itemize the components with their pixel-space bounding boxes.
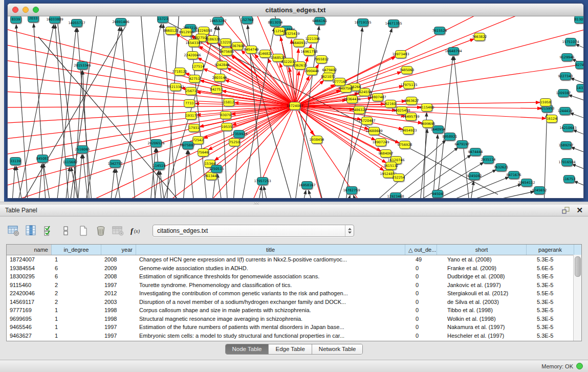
delete-table-icon[interactable]	[93, 224, 108, 237]
graph-node[interactable]: 2803144	[212, 74, 227, 82]
graph-node[interactable]: 2935114	[481, 156, 496, 164]
row-height-icon[interactable]	[58, 224, 74, 237]
graph-node[interactable]: 19317	[186, 112, 197, 120]
graph-node[interactable]: 94504	[432, 190, 443, 198]
graph-node[interactable]: 1362615	[293, 62, 308, 70]
graph-node[interactable]: 14315	[577, 84, 584, 92]
table-cell[interactable]: Hescheler et al. (1997)	[444, 333, 534, 339]
graph-node[interactable]: 252254	[393, 174, 405, 182]
table-cell[interactable]: 1997	[101, 282, 136, 288]
graph-node[interactable]: 81305	[575, 16, 584, 24]
graph-node[interactable]: 9777169	[333, 78, 347, 86]
table-cell[interactable]: 2	[52, 290, 101, 296]
table-cell[interactable]: Jankovic et al. (1997)	[444, 282, 534, 288]
graph-node[interactable]: 83070	[221, 112, 231, 119]
graph-node[interactable]: 20153346	[74, 62, 91, 70]
graph-node[interactable]: 17975115	[400, 81, 417, 89]
graph-node[interactable]: 2718120	[172, 68, 187, 76]
graph-node[interactable]: 10654112	[518, 179, 535, 187]
graph-node[interactable]: 12213343	[167, 83, 184, 91]
graph-node[interactable]: 10653287	[209, 17, 226, 25]
table-cell[interactable]: Wolkin et al. (1998)	[444, 316, 534, 322]
graph-node[interactable]: 33139	[10, 158, 21, 165]
table-cell[interactable]: Estimation of significance thresholds fo…	[136, 273, 412, 279]
column-header-short[interactable]: short	[437, 245, 527, 255]
table-row[interactable]: 977716911998Corpus callosum shape and si…	[7, 306, 581, 315]
select-column-icon[interactable]	[24, 224, 39, 237]
column-header-title[interactable]: title	[136, 245, 405, 255]
table-cell[interactable]: 1	[52, 316, 101, 322]
table-vertical-scrollbar[interactable]	[573, 255, 581, 341]
table-cell[interactable]: 0	[412, 290, 444, 296]
graph-node[interactable]: 7615526	[432, 27, 447, 35]
graph-node[interactable]: 19654923	[400, 127, 417, 135]
graph-node[interactable]: 14055717	[68, 19, 85, 27]
table-cell[interactable]: 1	[52, 324, 101, 330]
table-cell[interactable]: Corpus callosum shape and size in male p…	[136, 307, 412, 313]
close-window-button[interactable]	[12, 7, 18, 13]
scrollbar-thumb[interactable]	[575, 256, 581, 277]
table-cell[interactable]: 19384554	[7, 265, 52, 271]
table-cell[interactable]: Estimation of the future numbers of pati…	[136, 324, 412, 330]
graph-node[interactable]: 127514	[192, 63, 205, 71]
graph-node[interactable]: 7663822	[472, 33, 487, 41]
table-cell[interactable]: 0	[412, 316, 444, 322]
column-header-out_de[interactable]: △ out_de...	[405, 245, 437, 255]
graph-node[interactable]: 1342757	[108, 160, 123, 168]
graph-node[interactable]: 7733	[184, 100, 195, 107]
graph-node[interactable]: 9975887	[181, 142, 195, 149]
table-cell[interactable]: Genome-wide association studies in ADHD.	[136, 265, 412, 271]
graph-node[interactable]: 9245652	[532, 187, 547, 194]
table-row[interactable]: 1872400712008Changes of HCN gene express…	[7, 255, 581, 264]
table-cell[interactable]: de Silva et al. (2003)	[444, 299, 534, 305]
graph-node[interactable]: 1244419	[558, 107, 573, 115]
column-header-year[interactable]: year	[101, 245, 136, 255]
close-panel-icon[interactable]: ✕	[576, 207, 583, 214]
table-cell[interactable]: Embryonic stem cells: a model to study s…	[136, 333, 412, 339]
graph-node[interactable]: 9245082	[467, 172, 482, 180]
graph-node[interactable]: 7613447	[204, 172, 219, 180]
graph-node[interactable]: 42751	[189, 75, 200, 83]
float-panel-icon[interactable]	[562, 207, 570, 214]
graph-node[interactable]: 1115682	[63, 159, 78, 166]
graph-node[interactable]: 842751	[210, 86, 223, 94]
graph-node[interactable]: 114519	[153, 162, 166, 170]
table-cell[interactable]: 0	[412, 333, 444, 339]
table-cell[interactable]: 18724007	[7, 256, 52, 262]
table-row[interactable]: 969969511998Structural magnetic resonanc…	[7, 315, 581, 323]
graph-node[interactable]: 152760	[241, 16, 254, 24]
table-cell[interactable]: Disruption of a novel member of a sodium…	[136, 299, 412, 305]
graph-node[interactable]: 8813054	[268, 19, 283, 27]
table-options-icon[interactable]	[6, 224, 21, 237]
graph-node[interactable]: 9115460	[420, 104, 434, 112]
table-cell[interactable]: Changes of HCN gene expression and I(f) …	[136, 256, 412, 262]
table-cell[interactable]: 9777169	[7, 307, 52, 313]
table-cell[interactable]: 2008	[101, 256, 136, 262]
table-cell[interactable]: 1	[52, 333, 101, 339]
table-cell[interactable]: Franke et al. (2009)	[444, 265, 534, 271]
zoom-window-button[interactable]	[33, 7, 39, 13]
graph-node[interactable]: 1621072	[321, 73, 336, 81]
table-row[interactable]: 946362711997Embryonic stem cells: a mode…	[7, 332, 581, 340]
graph-node[interactable]: 8186328	[206, 36, 221, 43]
table-cell[interactable]: 18300295	[7, 273, 52, 279]
table-cell[interactable]: Structural magnetic resonance image aver…	[136, 316, 412, 322]
new-table-icon[interactable]	[76, 224, 91, 237]
graph-node[interactable]: 82744	[576, 61, 584, 69]
graph-node[interactable]: 75250	[229, 139, 240, 146]
graph-node[interactable]: 8660123	[164, 27, 179, 35]
table-row[interactable]: 2242004622012Investigating the contribut…	[7, 289, 581, 298]
graph-node[interactable]: 16958167	[298, 182, 315, 189]
graph-node[interactable]: 15723	[158, 16, 168, 23]
graph-node[interactable]: 19535	[222, 123, 232, 131]
table-cell[interactable]: Investigating the contribution of common…	[136, 290, 412, 296]
graph-node[interactable]: 1938454	[310, 136, 324, 144]
table-cell[interactable]: Yano et al. (2008)	[444, 256, 534, 262]
graph-node[interactable]: 1250515	[209, 165, 224, 173]
table-cell[interactable]: 1998	[101, 307, 136, 313]
table-cell[interactable]: 9465546	[7, 324, 52, 330]
graph-node[interactable]: 16782759	[343, 187, 360, 194]
graph-node[interactable]: 7955812	[314, 56, 329, 63]
column-header-name[interactable]: name	[7, 245, 52, 255]
table-cell[interactable]: 0	[412, 273, 444, 279]
